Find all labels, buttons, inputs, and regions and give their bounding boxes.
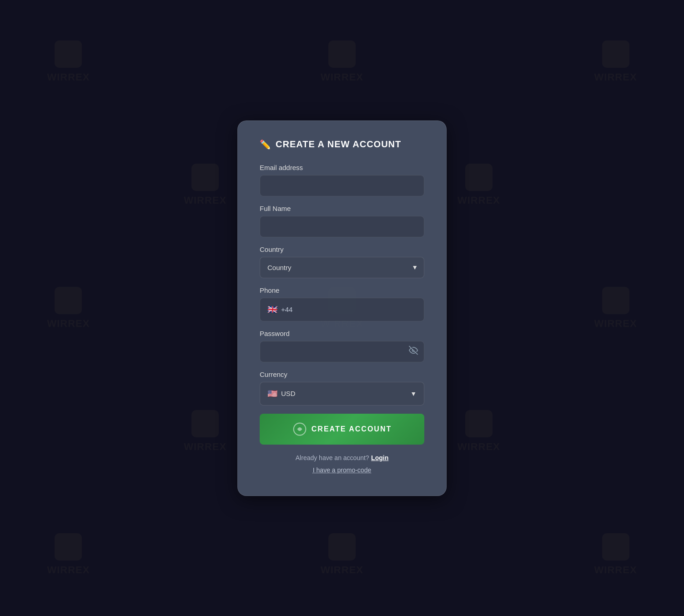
fullname-group: Full Name <box>260 205 424 237</box>
create-account-button-label: CREATE ACCOUNT <box>312 425 392 433</box>
country-label: Country <box>260 245 424 253</box>
currency-value: USD <box>281 390 407 397</box>
email-label: Email address <box>260 164 424 171</box>
phone-flag-icon: 🇬🇧 <box>267 305 277 315</box>
modal-title-row: ✏️ CREATE A NEW ACCOUNT <box>260 139 424 150</box>
currency-label: Currency <box>260 371 424 378</box>
password-label: Password <box>260 330 424 337</box>
fullname-input[interactable] <box>260 216 424 237</box>
password-input[interactable] <box>260 341 424 362</box>
password-group: Password <box>260 330 424 362</box>
phone-group: Phone 🇬🇧 +44 <box>260 286 424 321</box>
pencil-icon: ✏️ <box>260 139 271 150</box>
modal-title: CREATE A NEW ACCOUNT <box>276 139 401 150</box>
country-group: Country Country United States United Kin… <box>260 245 424 278</box>
country-select-wrapper: Country United States United Kingdom Ger… <box>260 257 424 278</box>
currency-group: Currency 🇺🇸 USD ▼ <box>260 371 424 406</box>
password-toggle-button[interactable] <box>409 346 418 357</box>
currency-flag-icon: 🇺🇸 <box>267 389 277 399</box>
create-account-button[interactable]: CREATE ACCOUNT <box>260 414 424 445</box>
fullname-label: Full Name <box>260 205 424 212</box>
phone-code: +44 <box>281 305 292 313</box>
country-select[interactable]: Country United States United Kingdom Ger… <box>260 257 424 278</box>
login-link[interactable]: Login <box>371 454 388 461</box>
currency-chevron-down-icon: ▼ <box>410 390 417 397</box>
email-input[interactable] <box>260 175 424 196</box>
phone-input[interactable] <box>296 305 417 313</box>
password-wrapper <box>260 341 424 362</box>
button-logo-icon <box>292 422 307 436</box>
currency-select-wrapper: 🇺🇸 USD ▼ <box>260 382 424 406</box>
phone-input-wrapper[interactable]: 🇬🇧 +44 <box>260 298 424 321</box>
email-group: Email address <box>260 164 424 196</box>
footer-links: Already have an account? Login I have a … <box>260 454 424 474</box>
create-account-modal: ✏️ CREATE A NEW ACCOUNT Email address Fu… <box>237 120 447 496</box>
phone-label: Phone <box>260 286 424 294</box>
already-have-account-text: Already have an account? <box>296 454 369 461</box>
promo-code-link[interactable]: I have a promo-code <box>260 466 424 474</box>
currency-display[interactable]: 🇺🇸 USD ▼ <box>260 382 424 406</box>
